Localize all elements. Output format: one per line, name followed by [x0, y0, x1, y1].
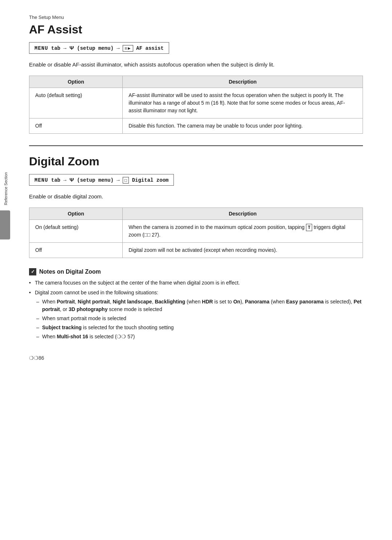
digital-zoom-description: Enable or disable digital zoom.: [29, 192, 363, 201]
notes-title: Notes on Digital Zoom: [39, 269, 101, 275]
dz-table-header-desc: Description: [123, 208, 363, 220]
side-tab: [0, 210, 10, 239]
notes-item-2: Digital zoom cannot be used in the follo…: [35, 290, 158, 295]
notes-sub-list: When Portrait, Night portrait, Night lan…: [35, 298, 363, 340]
bold-text: 3D photography: [69, 306, 107, 312]
list-item: When Multi-shot 16 is selected (❍❍ 57): [35, 333, 363, 340]
digital-zoom-table: Option Description On (default setting) …: [29, 207, 363, 258]
af-table-header-desc: Description: [123, 76, 363, 88]
af-assist-title: AF Assist: [29, 23, 363, 36]
dz-row1-option: On (default setting): [29, 220, 123, 243]
page-footer: ❍❍86: [29, 355, 363, 361]
digital-zoom-menu-path: MENU tab → Ψ (setup menu) → □ Digital zo…: [29, 174, 174, 186]
af-assist-menu-path: MENU tab → Ψ (setup menu) → ≡► AF assist: [29, 42, 169, 54]
table-row: Off Disable this function. The camera ma…: [29, 118, 363, 134]
list-item: Subject tracking is selected for the tou…: [35, 324, 363, 331]
menu-path-rest: tab → Ψ (setup menu) → ≡► AF assist: [51, 45, 164, 51]
list-item: When smart portrait mode is selected: [35, 315, 363, 322]
bold-text: Night landscape: [113, 299, 152, 305]
bold-text: On: [233, 299, 240, 305]
af-row1-desc: AF-assist illuminator will be used to as…: [123, 88, 363, 118]
bold-text: Backlighting: [155, 299, 185, 305]
af-row2-option: Off: [29, 118, 123, 134]
bold-text: Panorama: [245, 299, 270, 305]
digital-zoom-section: Digital Zoom MENU tab → Ψ (setup menu) →…: [29, 155, 363, 258]
bold-text: Easy panorama: [286, 299, 324, 305]
dz-row1-desc: When the camera is zoomed in to the maxi…: [123, 220, 363, 243]
notes-sub-item-2: When smart portrait mode is selected: [42, 315, 126, 321]
table-row: Off Digital zoom will not be activated (…: [29, 243, 363, 258]
table-row: Auto (default setting) AF-assist illumin…: [29, 88, 363, 118]
notes-section: ✓ Notes on Digital Zoom The camera focus…: [29, 268, 363, 340]
section-divider: [29, 145, 363, 146]
bold-text: Subject tracking: [42, 325, 82, 330]
digital-zoom-path-rest: tab → Ψ (setup menu) → □ Digital zoom: [51, 177, 168, 183]
dz-row2-option: Off: [29, 243, 123, 258]
af-row1-option: Auto (default setting): [29, 88, 123, 118]
notes-check-icon: ✓: [29, 268, 36, 275]
list-item: Digital zoom cannot be used in the follo…: [29, 289, 363, 340]
af-assist-description: Enable or disable AF-assist illuminator,…: [29, 60, 363, 69]
list-item: The camera focuses on the subject at the…: [29, 279, 363, 287]
af-assist-table: Option Description Auto (default setting…: [29, 76, 363, 134]
notes-list: The camera focuses on the subject at the…: [29, 279, 363, 340]
list-item: When Portrait, Night portrait, Night lan…: [35, 298, 363, 313]
table-row: On (default setting) When the camera is …: [29, 220, 363, 243]
dz-table-header-option: Option: [29, 208, 123, 220]
notes-header: ✓ Notes on Digital Zoom: [29, 268, 363, 275]
side-label: Reference Section: [4, 172, 8, 205]
af-table-header-option: Option: [29, 76, 123, 88]
bold-text: Multi-shot 16: [57, 334, 88, 339]
section-label: The Setup Menu: [29, 15, 363, 20]
af-row2-desc: Disable this function. The camera may be…: [123, 118, 363, 134]
bold-text: Portrait: [57, 299, 75, 305]
bold-text: Night portrait: [78, 299, 110, 305]
menu-keyword-2: MENU: [34, 177, 48, 183]
digital-zoom-title: Digital Zoom: [29, 155, 363, 168]
menu-keyword: MENU: [34, 45, 48, 51]
page-number: ❍❍86: [29, 355, 44, 361]
bold-text: HDR: [202, 299, 213, 305]
notes-item-1: The camera focuses on the subject at the…: [35, 280, 240, 286]
dz-row2-desc: Digital zoom will not be activated (exce…: [123, 243, 363, 258]
af-assist-section: AF Assist MENU tab → Ψ (setup menu) → ≡►…: [29, 23, 363, 134]
